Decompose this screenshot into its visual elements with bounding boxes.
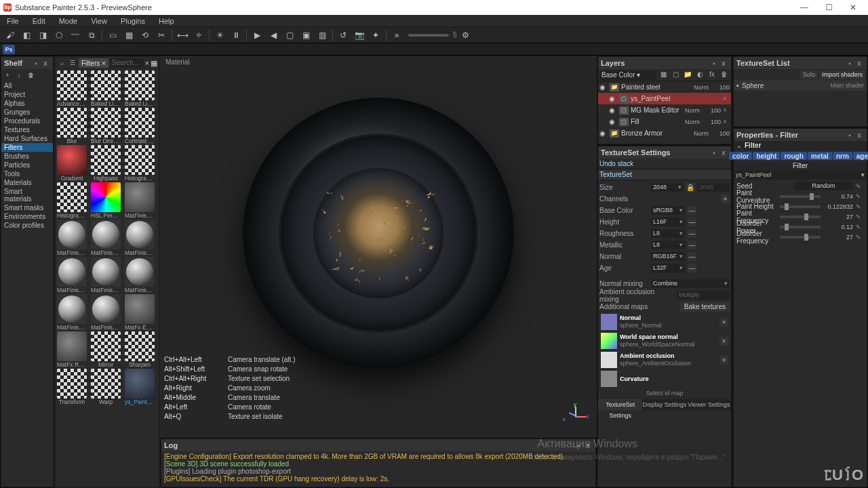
remove-icon[interactable]: × (723, 118, 730, 125)
panel-menu-icon[interactable]: ▪ (31, 60, 41, 67)
menu-view[interactable]: View (87, 16, 111, 26)
blend-mode[interactable]: Norm (694, 84, 714, 91)
param-edit-icon[interactable]: ✎ (856, 224, 864, 230)
undo-stack-link[interactable]: Undo stack (598, 159, 731, 169)
shelf-category-particles[interactable]: Particles (1, 161, 53, 169)
view2d-icon[interactable]: ▢ (282, 28, 297, 42)
param-value[interactable]: 0.122832 (823, 203, 853, 210)
channel-tab-color[interactable]: color (729, 152, 752, 160)
iray-icon[interactable]: ☀ (212, 28, 227, 42)
symmetry-icon[interactable]: ⟷ (175, 28, 190, 42)
param-slider[interactable] (780, 216, 821, 218)
visibility-icon[interactable]: ◉ (609, 118, 617, 125)
filter-list-icon[interactable]: ☰ (68, 58, 77, 68)
props-close-icon[interactable]: x (854, 131, 864, 139)
delete-layer-icon[interactable]: 🗑 (719, 70, 730, 80)
param-edit-icon[interactable]: ✎ (856, 193, 864, 200)
map-slot[interactable]: Ambient occlusionsphere_AmbientOcclusion… (599, 350, 730, 369)
shelf-category-alphas[interactable]: Alphas (1, 99, 53, 108)
wand-icon[interactable]: ✧ (191, 28, 206, 42)
shelf-item[interactable]: MatFx Edge... (125, 294, 157, 331)
photoshop-plugin-icon[interactable]: Ps (3, 45, 15, 54)
import-shaders-button[interactable]: Import shaders (819, 70, 865, 79)
layer-row[interactable]: ◉▢FillNorm100× (598, 116, 731, 127)
close-button[interactable]: ✕ (841, 0, 865, 15)
layers-menu-icon[interactable]: ▪ (709, 60, 719, 67)
random-button[interactable]: Random (794, 182, 853, 190)
props-menu-icon[interactable]: ▪ (845, 131, 854, 139)
blend-mode[interactable]: Norm (685, 119, 705, 125)
transform-tool-icon[interactable]: ⟲ (138, 28, 153, 42)
tslist-close-icon[interactable]: x (854, 60, 864, 67)
pause-icon[interactable]: ⏸ (229, 28, 243, 42)
map-slot[interactable]: World space normalsphere_WorldSpaceNorma… (599, 331, 730, 350)
channel-remove-icon[interactable]: — (688, 218, 696, 226)
layers-close-icon[interactable]: x (719, 60, 728, 67)
opacity[interactable]: 100 (716, 84, 730, 91)
param-value[interactable]: 0.12 (823, 224, 853, 230)
shelf-item[interactable]: Highpass (91, 145, 123, 182)
ts-menu-icon[interactable]: ▪ (709, 149, 719, 157)
log-close-icon[interactable]: x (583, 442, 593, 449)
param-slider[interactable] (780, 226, 821, 228)
layer-row[interactable]: ◉📁Painted steelNorm100 (598, 81, 731, 93)
filter-chip[interactable]: Filters × (79, 58, 108, 68)
textureset-list-item[interactable]: • Sphere Main shader (734, 80, 867, 91)
viewport-3d[interactable]: Material y x z Ctrl+Alt+LeftCamera trans… (160, 56, 597, 438)
visibility-icon[interactable]: ◉ (599, 129, 608, 137)
polyfill-tool-icon[interactable]: ⬠ (52, 28, 66, 42)
menu-chevron-icon[interactable]: » (389, 28, 404, 42)
tab-viewer-settings[interactable]: Viewer Settings (687, 399, 731, 410)
map-slot[interactable]: Normalsphere_Normal× (599, 312, 730, 331)
param-edit-icon[interactable]: ✎ (856, 214, 864, 220)
menu-help[interactable]: Help (155, 16, 178, 26)
blend-mode[interactable]: Norm (694, 130, 714, 137)
maximize-button[interactable]: ☐ (816, 0, 841, 15)
log-menu-icon[interactable]: ▪ (574, 442, 583, 449)
shelf-item[interactable]: MatFx Rust ... (57, 331, 90, 368)
channel-format-dropdown[interactable]: sRGB8▾ (651, 206, 685, 215)
visibility-icon[interactable]: ◉ (609, 106, 617, 114)
channel-format-dropdown[interactable]: L32F▾ (651, 264, 685, 272)
layer-row[interactable]: ◉▢MG Mask EditorNorm100× (598, 104, 731, 116)
shelf-item[interactable]: MatFinish G... (91, 220, 123, 256)
shelf-item[interactable]: ys_PaintPeel (125, 369, 157, 405)
shelf-item[interactable]: Blur Directi... (91, 108, 123, 144)
shelf-category-smart-masks[interactable]: Smart masks (1, 203, 53, 212)
blend-mode[interactable]: Norm (685, 107, 705, 114)
filter-toggle-icon[interactable]: ⌕ (57, 58, 66, 68)
menu-mode[interactable]: Mode (55, 16, 82, 26)
shelf-item[interactable]: MatFinish Br... (57, 220, 90, 256)
viewboth-icon[interactable]: ▥ (315, 28, 330, 42)
shelf-item[interactable]: MatFinish R... (125, 257, 157, 293)
select-tool-icon[interactable]: ▭ (105, 28, 120, 42)
settings-icon[interactable]: ⚙ (458, 28, 473, 42)
shelf-import-icon[interactable]: ↓ (14, 70, 24, 80)
add-effect-icon[interactable]: fx (707, 70, 717, 80)
search-clear-icon[interactable]: × (145, 59, 149, 67)
fill-tool-icon[interactable]: ▦ (121, 28, 136, 42)
param-slider[interactable] (780, 236, 821, 239)
channel-remove-icon[interactable]: — (688, 252, 696, 261)
crop-tool-icon[interactable]: ✂ (154, 28, 169, 42)
shelf-add-icon[interactable]: + (3, 70, 12, 80)
shelf-item[interactable]: MatFinish R... (91, 257, 123, 293)
axis-gizmo[interactable]: y x z (566, 407, 587, 428)
add-fill-layer-icon[interactable]: ▦ (658, 70, 669, 80)
ao-mixing-dropdown[interactable]: Multiply (677, 291, 730, 300)
panel-close-icon[interactable]: x (41, 60, 50, 67)
shelf-category-tools[interactable]: Tools (1, 169, 53, 178)
perspective-icon[interactable]: ▶ (250, 28, 264, 42)
opacity[interactable]: 100 (707, 107, 721, 114)
channel-tab-height[interactable]: height (753, 152, 780, 160)
size-lock-icon[interactable]: 🔒 (686, 183, 695, 192)
view3d-icon[interactable]: ▣ (298, 28, 313, 42)
shelf-item[interactable]: MatFinish G... (125, 182, 157, 219)
shelf-category-textures[interactable]: Textures (1, 125, 53, 134)
map-clear-icon[interactable]: × (719, 318, 728, 327)
shelf-item[interactable]: Histogram s... (125, 145, 157, 182)
shelf-item[interactable]: MatFinish Ir... (125, 220, 157, 256)
projection-tool-icon[interactable]: ◨ (35, 28, 50, 42)
opacity[interactable]: 100 (716, 130, 730, 137)
shelf-item[interactable]: Gradient (57, 145, 90, 182)
